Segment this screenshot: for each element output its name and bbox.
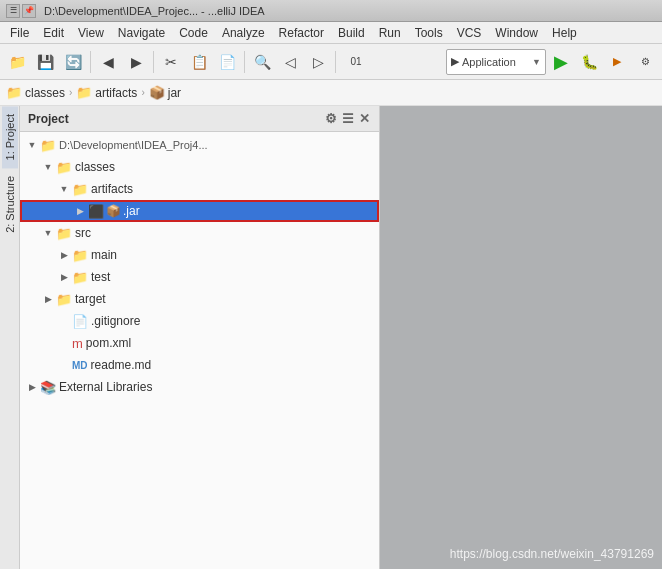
menu-file[interactable]: File <box>4 24 35 42</box>
breadcrumb-artifacts[interactable]: 📁 artifacts <box>76 85 137 100</box>
menu-window[interactable]: Window <box>489 24 544 42</box>
tab-structure[interactable]: 2: Structure <box>2 168 18 241</box>
tree-jar[interactable]: ▶ ⬛ 📦 .jar <box>20 200 379 222</box>
project-panel: Project ⚙ ☰ ✕ ▼ 📁 D:\Development\IDEA_Pr… <box>20 106 380 569</box>
main-layout: 1: Project 2: Structure Project ⚙ ☰ ✕ ▼ … <box>0 106 662 569</box>
root-label: D:\Development\IDEA_Proj4... <box>59 139 208 151</box>
root-arrow: ▼ <box>24 140 40 150</box>
pom-icon: m <box>72 336 83 351</box>
src-label: src <box>75 226 91 240</box>
tree-classes[interactable]: ▼ 📁 classes <box>20 156 379 178</box>
root-folder-icon: 📁 <box>40 138 56 153</box>
menu-icon[interactable]: ☰ <box>6 4 20 18</box>
build-number-button[interactable]: 01 <box>340 49 372 75</box>
title-bar: ☰ 📌 D:\Development\IDEA_Projec... - ...e… <box>0 0 662 22</box>
jar-expand-arrow: ▶ <box>72 206 88 216</box>
paste-button[interactable]: 📄 <box>214 49 240 75</box>
file-tree: ▼ 📁 D:\Development\IDEA_Proj4... ▼ 📁 cla… <box>20 132 379 569</box>
src-arrow: ▼ <box>40 228 56 238</box>
separator-1 <box>90 51 91 73</box>
run-config-label: Application <box>462 56 516 68</box>
panel-close-icon[interactable]: ✕ <box>358 110 371 127</box>
save-button[interactable]: 💾 <box>32 49 58 75</box>
menu-tools[interactable]: Tools <box>409 24 449 42</box>
test-arrow: ▶ <box>56 272 72 282</box>
tree-gitignore[interactable]: ▶ 📄 .gitignore <box>20 310 379 332</box>
ext-libs-label: External Libraries <box>59 380 152 394</box>
panel-settings-icon[interactable]: ⚙ <box>324 110 338 127</box>
tree-target[interactable]: ▶ 📁 target <box>20 288 379 310</box>
window-controls[interactable]: ☰ 📌 <box>6 4 36 18</box>
tree-root[interactable]: ▼ 📁 D:\Development\IDEA_Proj4... <box>20 134 379 156</box>
window-title: D:\Development\IDEA_Projec... - ...elliJ… <box>44 5 656 17</box>
run-config-icon: ▶ <box>451 55 459 68</box>
tree-src[interactable]: ▼ 📁 src <box>20 222 379 244</box>
pin-icon[interactable]: 📌 <box>22 4 36 18</box>
menu-navigate[interactable]: Navigate <box>112 24 171 42</box>
tree-test[interactable]: ▶ 📁 test <box>20 266 379 288</box>
content-area: https://blog.csdn.net/weixin_43791269 <box>380 106 662 569</box>
panel-header: Project ⚙ ☰ ✕ <box>20 106 379 132</box>
tree-external-libs[interactable]: ▶ 📚 External Libraries <box>20 376 379 398</box>
sync-button[interactable]: 🔄 <box>60 49 86 75</box>
tree-readme[interactable]: ▶ MD readme.md <box>20 354 379 376</box>
breadcrumb-jar[interactable]: 📦 jar <box>149 85 181 100</box>
artifacts-folder-icon: 📁 <box>76 85 92 100</box>
menu-code[interactable]: Code <box>173 24 214 42</box>
pom-label: pom.xml <box>86 336 131 350</box>
coverage-button[interactable]: ▶ <box>604 49 630 75</box>
classes-folder-icon: 📁 <box>56 160 72 175</box>
tree-main[interactable]: ▶ 📁 main <box>20 244 379 266</box>
menu-vcs[interactable]: VCS <box>451 24 488 42</box>
find-next-button[interactable]: ▷ <box>305 49 331 75</box>
debug-button[interactable]: 🐛 <box>576 49 602 75</box>
target-arrow: ▶ <box>40 294 56 304</box>
panel-title: Project <box>28 112 69 126</box>
forward-button[interactable]: ▶ <box>123 49 149 75</box>
artifacts-label: artifacts <box>91 182 133 196</box>
jar-file-icon: ⬛ <box>88 204 104 219</box>
find-prev-button[interactable]: ◁ <box>277 49 303 75</box>
readme-label: readme.md <box>91 358 152 372</box>
target-folder-icon: 📁 <box>56 292 72 307</box>
classes-folder-icon: 📁 <box>6 85 22 100</box>
breadcrumb-arrow-1: › <box>69 87 72 98</box>
gitignore-icon: 📄 <box>72 314 88 329</box>
classes-arrow: ▼ <box>40 162 56 172</box>
open-button[interactable]: 📁 <box>4 49 30 75</box>
menu-view[interactable]: View <box>72 24 110 42</box>
profile-button[interactable]: ⚙ <box>632 49 658 75</box>
main-folder-icon: 📁 <box>72 248 88 263</box>
readme-icon: MD <box>72 360 88 371</box>
test-label: test <box>91 270 110 284</box>
find-button[interactable]: 🔍 <box>249 49 275 75</box>
test-folder-icon: 📁 <box>72 270 88 285</box>
menu-analyze[interactable]: Analyze <box>216 24 271 42</box>
gitignore-label: .gitignore <box>91 314 140 328</box>
separator-3 <box>244 51 245 73</box>
watermark: https://blog.csdn.net/weixin_43791269 <box>450 547 654 561</box>
tree-pomxml[interactable]: ▶ m pom.xml <box>20 332 379 354</box>
breadcrumb-classes[interactable]: 📁 classes <box>6 85 65 100</box>
menu-help[interactable]: Help <box>546 24 583 42</box>
separator-2 <box>153 51 154 73</box>
copy-button[interactable]: 📋 <box>186 49 212 75</box>
menu-refactor[interactable]: Refactor <box>273 24 330 42</box>
target-label: target <box>75 292 106 306</box>
jar-icon-2: 📦 <box>106 204 121 218</box>
run-config-button[interactable]: ▶ Application ▼ <box>446 49 546 75</box>
ext-libs-icon: 📚 <box>40 380 56 395</box>
panel-layout-icon[interactable]: ☰ <box>341 110 355 127</box>
src-folder-icon: 📁 <box>56 226 72 241</box>
back-button[interactable]: ◀ <box>95 49 121 75</box>
cut-button[interactable]: ✂ <box>158 49 184 75</box>
menu-run[interactable]: Run <box>373 24 407 42</box>
main-label: main <box>91 248 117 262</box>
menu-edit[interactable]: Edit <box>37 24 70 42</box>
jar-label: .jar <box>123 204 140 218</box>
tree-artifacts[interactable]: ▼ 📁 artifacts <box>20 178 379 200</box>
menu-build[interactable]: Build <box>332 24 371 42</box>
panel-header-icons: ⚙ ☰ ✕ <box>324 110 371 127</box>
tab-project[interactable]: 1: Project <box>2 106 18 168</box>
run-button[interactable]: ▶ <box>548 49 574 75</box>
